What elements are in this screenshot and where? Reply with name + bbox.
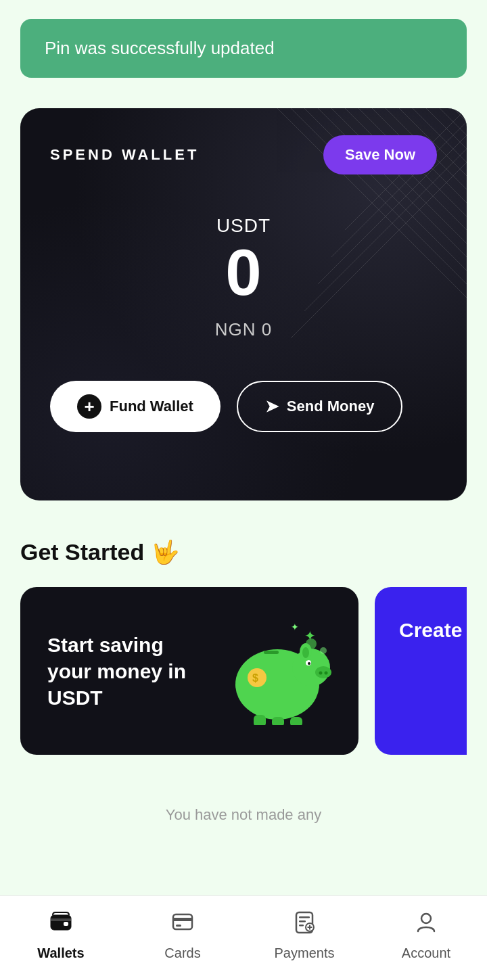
nav-item-wallets[interactable]: Wallets — [20, 910, 101, 961]
nav-label-payments: Payments — [275, 946, 335, 961]
promo-card-create-card[interactable]: Create Card to Make Payments — [375, 587, 467, 755]
svg-rect-29 — [254, 715, 266, 725]
svg-point-21 — [315, 666, 331, 678]
wallet-balance-amount: 0 — [50, 237, 437, 308]
get-started-emoji: 🤟 — [151, 538, 179, 565]
promo-card-savings-text: Start saving your money in USDT — [47, 632, 210, 711]
get-started-text: Get Started — [20, 539, 144, 565]
svg-point-22 — [319, 672, 323, 675]
svg-rect-28 — [264, 651, 279, 654]
send-icon: ➤ — [265, 397, 279, 416]
wallets-icon — [49, 910, 73, 940]
account-icon — [414, 910, 438, 940]
svg-rect-47 — [299, 925, 304, 927]
nav-label-account: Account — [402, 946, 450, 961]
svg-text:$: $ — [252, 672, 258, 684]
svg-rect-42 — [173, 918, 192, 921]
svg-rect-43 — [176, 925, 181, 927]
fund-wallet-button[interactable]: + Fund Wallet — [50, 381, 221, 432]
send-money-button[interactable]: ➤ Send Money — [237, 381, 403, 432]
cards-icon — [170, 910, 195, 940]
piggy-bank-image: ✦ ✦ $ — [223, 617, 331, 725]
scroll-hint: You have not made any — [0, 776, 487, 837]
get-started-title: Get Started 🤟 — [20, 538, 467, 565]
promo-cards-scroll: Start saving your money in USDT — [20, 587, 467, 760]
send-money-label: Send Money — [287, 398, 375, 415]
wallet-ngn-balance: NGN 0 — [50, 319, 437, 340]
wallet-title: SPEND WALLET — [50, 146, 199, 164]
svg-rect-30 — [272, 717, 284, 725]
bottom-hint-text: You have not made any — [20, 793, 467, 837]
nav-item-account[interactable]: Account — [386, 910, 467, 961]
save-now-button[interactable]: Save Now — [323, 135, 437, 174]
fund-icon: + — [77, 394, 101, 419]
wallet-card-content: SPEND WALLET Save Now USDT 0 NGN 0 + Fun… — [50, 135, 437, 432]
svg-point-36 — [306, 638, 317, 649]
svg-point-23 — [325, 672, 328, 675]
toast-notification: Pin was successfully updated — [20, 19, 467, 78]
promo-card-create-card-text: Create Card to Make Payments — [399, 617, 467, 643]
svg-rect-45 — [299, 916, 310, 918]
nav-label-wallets: Wallets — [37, 946, 84, 961]
nav-item-payments[interactable]: Payments — [264, 910, 345, 961]
wallet-actions: + Fund Wallet ➤ Send Money — [50, 381, 437, 432]
wallet-card: SPEND WALLET Save Now USDT 0 NGN 0 + Fun… — [20, 108, 467, 500]
svg-rect-31 — [290, 717, 302, 725]
svg-rect-39 — [51, 918, 71, 921]
wallet-currency-label: USDT — [50, 215, 437, 237]
get-started-section: Get Started 🤟 Start saving your money in… — [0, 500, 487, 776]
wallet-header: SPEND WALLET Save Now — [50, 135, 437, 174]
svg-point-27 — [302, 647, 309, 658]
svg-rect-40 — [64, 922, 68, 926]
nav-item-cards[interactable]: Cards — [142, 910, 223, 961]
svg-point-37 — [320, 647, 327, 654]
nav-label-cards: Cards — [164, 946, 200, 961]
toast-message: Pin was successfully updated — [45, 38, 275, 58]
svg-rect-41 — [173, 914, 192, 929]
main-content: SPEND WALLET Save Now USDT 0 NGN 0 + Fun… — [0, 0, 487, 980]
bottom-navigation: Wallets Cards Payments — [0, 895, 487, 980]
svg-text:✦: ✦ — [291, 622, 299, 632]
svg-point-25 — [308, 662, 310, 665]
promo-card-savings[interactable]: Start saving your money in USDT — [20, 587, 358, 755]
svg-point-51 — [421, 914, 431, 923]
payments-icon — [292, 910, 317, 940]
svg-rect-46 — [299, 920, 306, 923]
fund-wallet-label: Fund Wallet — [110, 398, 193, 415]
